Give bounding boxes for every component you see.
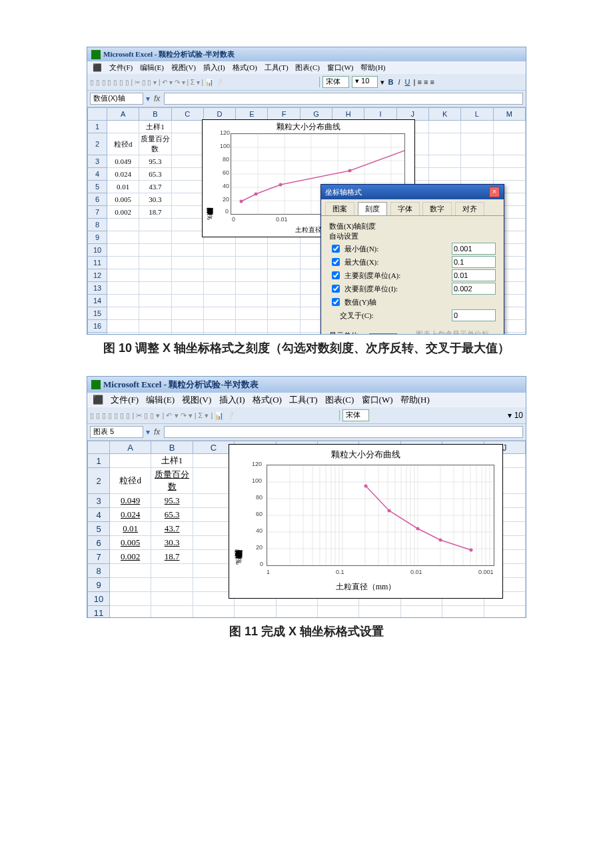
name-box[interactable]: 数值(X)轴: [90, 93, 143, 105]
fx-label: fx: [154, 427, 160, 437]
menu-chart[interactable]: 图表(C): [325, 395, 354, 405]
svg-point-17: [348, 169, 352, 173]
tab-font[interactable]: 字体: [390, 202, 420, 215]
yaxis-label: 数值(Y)轴: [344, 297, 376, 307]
fx-label: fx: [154, 94, 160, 103]
worksheet[interactable]: ABCDEFGHIJKLM 1土样1 2粒径d质量百分数 30.04995.3 …: [87, 107, 526, 334]
menu-file[interactable]: 文件(F): [111, 395, 139, 405]
app-icon: [91, 380, 101, 389]
underline-button[interactable]: U: [405, 78, 410, 86]
menu-view[interactable]: 视图(V): [171, 63, 196, 71]
chart-title: 颗粒大小分布曲线: [229, 445, 502, 465]
yaxis-checkbox[interactable]: [332, 298, 340, 306]
display-label-text: 图表上包含显示单位标签(D): [416, 329, 496, 334]
svg-point-53: [364, 485, 368, 488]
menu-window[interactable]: 窗口(W): [327, 63, 354, 71]
tab-number[interactable]: 数字: [422, 202, 452, 215]
app-icon: [91, 50, 101, 59]
tab-scale[interactable]: 刻度: [358, 202, 387, 215]
cross-input[interactable]: [452, 309, 496, 321]
axis-format-dialog[interactable]: 坐标轴格式 × 图案 刻度 字体 数字 对齐 数值(X)轴刻度 自动设置 最小值…: [320, 184, 504, 334]
svg-point-55: [416, 527, 420, 531]
dialog-tabs[interactable]: 图案 刻度 字体 数字 对齐: [321, 199, 504, 216]
max-input[interactable]: [452, 256, 496, 268]
dialog-title: 坐标轴格式: [325, 187, 362, 197]
scale-header: 数值(X)轴刻度: [329, 221, 496, 231]
menu-tools[interactable]: 工具(T): [265, 63, 289, 71]
toolbar: ▯ ▯ ▯ ▯ ▯ ▯ ▯ | ✂ ▯ ▯ ▾ | ↶ ▾ ↷ ▾ | Σ ▾ …: [87, 74, 526, 91]
menu-format[interactable]: 格式(O): [253, 395, 282, 405]
major-input[interactable]: [452, 269, 496, 281]
embedded-chart-2[interactable]: 颗粒大小分布曲线 小于某粒径之土质量百分数（%）: [229, 444, 503, 599]
figure-10-caption: 图 10 调整 X 轴坐标格式之刻度（勾选对数刻度、次序反转、交叉于最大值）: [87, 340, 526, 356]
max-checkbox[interactable]: [332, 258, 340, 266]
menu-insert[interactable]: 插入(I): [203, 63, 225, 71]
close-icon[interactable]: ×: [489, 187, 500, 197]
svg-point-15: [255, 193, 258, 196]
y-axis-label: 小于某粒径之土质量百分数（%）: [205, 133, 215, 220]
app-title: Microsoft Excel - 颗粒分析试验-半对数表: [103, 49, 235, 59]
cross-label: 交叉于(C):: [340, 311, 374, 321]
app-title: Microsoft Excel - 颗粒分析试验-半对数表: [103, 379, 259, 391]
major-label: 主要刻度单位(A):: [344, 271, 400, 281]
italic-button[interactable]: I: [398, 78, 400, 86]
auto-label: 自动设置: [329, 231, 496, 241]
display-unit-label: 显示单位(U):: [329, 331, 366, 335]
display-unit-select[interactable]: 无: [368, 333, 398, 334]
menu-chart[interactable]: 图表(C): [295, 63, 320, 71]
min-checkbox[interactable]: [332, 245, 340, 253]
menu-bar[interactable]: ⬛ 文件(F) 编辑(E) 视图(V) 插入(I) 格式(O) 工具(T) 图表…: [87, 393, 526, 407]
y-axis-label: 小于某粒径之土质量百分数（%）: [233, 465, 245, 565]
svg-point-16: [279, 183, 283, 187]
dialog-body: 数值(X)轴刻度 自动设置 最小值(N): 最大值(X): 主要刻度单位(A):…: [321, 216, 504, 334]
menu-small-icon: ⬛: [93, 63, 102, 71]
menu-edit[interactable]: 编辑(E): [146, 395, 175, 405]
title-bar: Microsoft Excel - 颗粒分析试验-半对数表: [87, 377, 526, 393]
menu-help[interactable]: 帮助(H): [400, 395, 430, 405]
title-bar: Microsoft Excel - 颗粒分析试验-半对数表: [87, 47, 526, 61]
menu-edit[interactable]: 编辑(E): [140, 63, 164, 71]
minor-label: 次要刻度单位(I):: [344, 284, 398, 294]
excel-window-2: Microsoft Excel - 颗粒分析试验-半对数表 ⬛ 文件(F) 编辑…: [87, 376, 526, 618]
major-checkbox[interactable]: [332, 271, 340, 279]
svg-point-56: [439, 539, 442, 542]
bold-button[interactable]: B: [388, 78, 393, 86]
chart-title: 颗粒大小分布曲线: [203, 120, 414, 134]
toolbar: ▯ ▯ ▯ ▯ ▯ ▯ ▯ | ✂ ▯ ▯ ▾ | ↶ ▾ ↷ ▾ | Σ ▾ …: [87, 407, 526, 424]
svg-point-57: [470, 549, 473, 552]
min-input[interactable]: [452, 243, 496, 255]
menu-bar[interactable]: ⬛ 文件(F) 编辑(E) 视图(V) 插入(I) 格式(O) 工具(T) 图表…: [87, 61, 526, 74]
menu-format[interactable]: 格式(O): [233, 63, 257, 71]
formula-input[interactable]: [164, 93, 523, 105]
menu-tools[interactable]: 工具(T): [289, 395, 318, 405]
svg-point-14: [240, 200, 243, 203]
figure-11-caption: 图 11 完成 X 轴坐标格式设置: [87, 623, 526, 639]
menu-insert[interactable]: 插入(I): [219, 395, 245, 405]
font-size-dropdown[interactable]: ▾ 10: [352, 76, 378, 88]
menu-window[interactable]: 窗口(W): [362, 395, 393, 405]
font-name-dropdown[interactable]: 宋体: [322, 76, 349, 88]
svg-point-54: [388, 509, 391, 513]
max-label: 最大值(X):: [344, 257, 378, 267]
name-box[interactable]: 图表 5: [90, 426, 143, 438]
tab-align[interactable]: 对齐: [455, 202, 484, 215]
menu-help[interactable]: 帮助(H): [360, 63, 385, 71]
dialog-title-bar[interactable]: 坐标轴格式 ×: [321, 185, 504, 199]
formula-bar: 图表 5 ▾ fx: [87, 424, 526, 441]
min-label: 最小值(N):: [344, 244, 378, 254]
menu-view[interactable]: 视图(V): [182, 395, 211, 405]
tab-pattern[interactable]: 图案: [325, 202, 354, 215]
formula-input[interactable]: [164, 426, 523, 438]
minor-checkbox[interactable]: [332, 285, 340, 293]
excel-window-1: Microsoft Excel - 颗粒分析试验-半对数表 ⬛ 文件(F) 编辑…: [87, 47, 526, 335]
font-name-dropdown[interactable]: 宋体: [342, 409, 369, 421]
menu-file[interactable]: 文件(F): [109, 63, 133, 71]
minor-input[interactable]: [452, 283, 496, 295]
x-axis-label: 土粒直径（mm）: [229, 580, 502, 594]
formula-bar: 数值(X)轴 ▾ fx: [87, 91, 526, 107]
worksheet[interactable]: ABCDEFGHIJ 1土样1 2粒径d质量百分数 30.04995.3 40.…: [87, 441, 526, 617]
